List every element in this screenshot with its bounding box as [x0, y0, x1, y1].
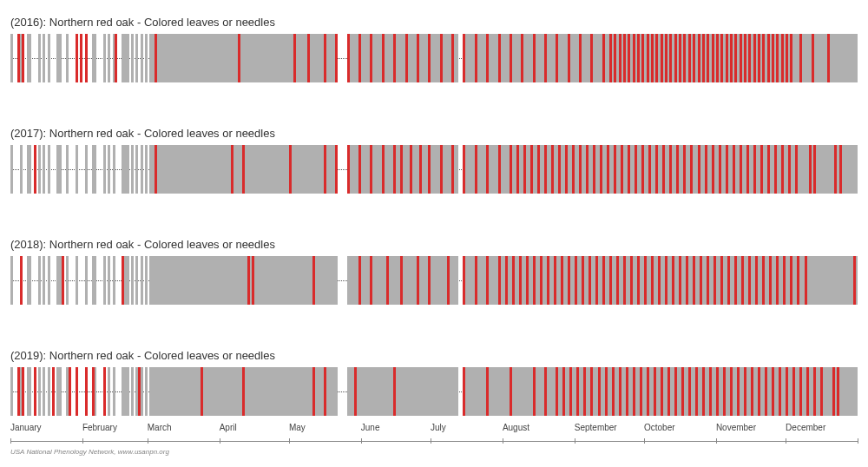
obs-present — [544, 34, 547, 82]
obs-present — [651, 34, 654, 82]
obs-present — [758, 367, 760, 416]
obs-present — [85, 34, 88, 82]
obs-absent — [10, 256, 13, 305]
axis-tick-label: August — [503, 423, 529, 432]
obs-present — [475, 145, 477, 194]
obs-present — [521, 34, 523, 82]
obs-absent — [141, 256, 143, 305]
obs-present — [741, 256, 744, 305]
obs-present — [533, 256, 536, 305]
obs-present — [428, 256, 431, 305]
axis-tick-label: December — [786, 423, 825, 432]
obs-present — [475, 34, 477, 82]
obs-present — [628, 145, 630, 194]
obs-present — [537, 145, 540, 194]
obs-present — [382, 34, 385, 82]
obs-absent — [108, 256, 110, 305]
obs-absent — [48, 256, 50, 305]
obs-present — [792, 367, 795, 416]
obs-present — [762, 256, 765, 305]
obs-present — [674, 367, 677, 416]
obs-present — [769, 256, 772, 305]
obs-absent — [131, 256, 134, 305]
obs-present — [293, 34, 296, 82]
obs-present — [498, 34, 501, 82]
obs-present — [705, 145, 707, 194]
obs-absent — [76, 145, 78, 194]
obs-absent — [85, 145, 88, 194]
bars-container — [10, 145, 858, 194]
obs-present — [498, 145, 501, 194]
obs-present — [672, 256, 674, 305]
chart-panels: (2016): Northern red oak - Colored leave… — [10, 0, 858, 450]
obs-present — [698, 34, 700, 82]
obs-present — [556, 367, 558, 416]
obs-present — [600, 145, 602, 194]
obs-absent — [127, 34, 129, 82]
axis-tick-label: July — [431, 423, 446, 432]
obs-present — [674, 34, 677, 82]
axis-tick-label: March — [148, 423, 172, 432]
obs-present — [556, 34, 558, 82]
obs-present — [626, 367, 628, 416]
obs-absent — [113, 145, 115, 194]
obs-present — [561, 256, 563, 305]
axis-tick — [148, 438, 148, 444]
obs-absent — [108, 367, 110, 416]
obs-absent — [141, 367, 143, 416]
obs-present — [463, 256, 465, 305]
obs-present — [712, 145, 714, 194]
panel-title: (2019): Northern red oak - Colored leave… — [10, 349, 858, 362]
obs-present — [790, 34, 792, 82]
obs-present — [568, 256, 570, 305]
obs-present — [312, 256, 315, 305]
obs-present — [80, 34, 82, 82]
obs-present — [734, 34, 737, 82]
obs-present — [568, 34, 570, 82]
obs-present — [723, 367, 726, 416]
obs-present — [505, 256, 508, 305]
obs-present — [640, 367, 642, 416]
obs-present — [498, 256, 501, 305]
obs-present — [440, 145, 443, 194]
axis-tick — [786, 438, 786, 444]
obs-present — [419, 145, 422, 194]
obs-present — [34, 145, 36, 194]
obs-present — [238, 34, 240, 82]
obs-present — [370, 256, 372, 305]
obs-present — [681, 367, 684, 416]
obs-present — [247, 256, 250, 305]
obs-absent — [131, 367, 134, 416]
obs-present — [633, 34, 635, 82]
obs-present — [358, 145, 361, 194]
obs-present — [69, 367, 71, 416]
obs-absent — [38, 367, 41, 416]
obs-present — [630, 256, 633, 305]
obs-present — [647, 34, 649, 82]
axis-tick — [858, 438, 858, 444]
obs-present — [812, 34, 814, 82]
obs-present — [382, 145, 385, 194]
obs-present — [486, 145, 489, 194]
obs-present — [740, 145, 742, 194]
obs-present — [312, 367, 315, 416]
obs-present — [712, 34, 714, 82]
obs-absent — [108, 145, 110, 194]
obs-present — [683, 34, 686, 82]
obs-present — [540, 256, 542, 305]
obs-present — [758, 34, 760, 82]
obs-present — [772, 367, 774, 416]
obs-absent — [10, 34, 13, 82]
obs-present — [307, 34, 310, 82]
obs-absent — [855, 145, 858, 194]
obs-present — [813, 367, 816, 416]
axis-tick-label: January — [10, 423, 42, 432]
obs-present — [589, 256, 591, 305]
obs-present — [709, 367, 712, 416]
obs-absent — [29, 256, 31, 305]
obs-present — [753, 145, 756, 194]
obs-present — [451, 145, 454, 194]
obs-present — [661, 34, 663, 82]
obs-present — [679, 256, 681, 305]
obs-absent — [59, 145, 62, 194]
